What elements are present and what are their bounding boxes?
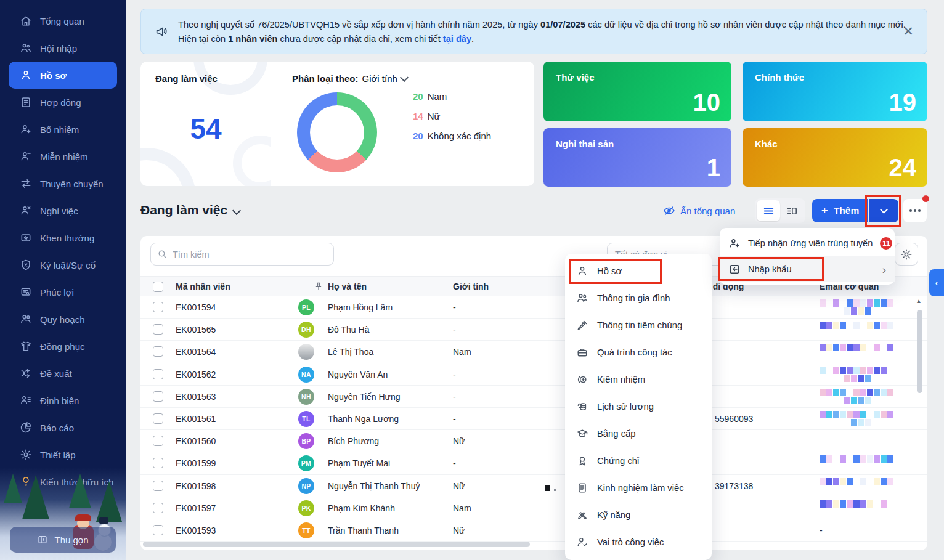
- sidebar-item-transfer[interactable]: Thuyên chuyển: [9, 170, 117, 197]
- scrollbar-up-arrow[interactable]: ▲: [916, 298, 922, 304]
- status-card-2[interactable]: Nghỉ thai sản 1: [543, 128, 731, 187]
- sidebar-item-dismiss[interactable]: Miễn nhiệm: [9, 143, 117, 170]
- add-button[interactable]: + Thêm: [812, 199, 868, 222]
- search-input[interactable]: [173, 250, 327, 259]
- table-row-EK001560[interactable]: EK001560 BP Bích Phương Nữ: [140, 430, 927, 452]
- banner-detail-link[interactable]: tại đây: [443, 34, 471, 44]
- sidebar-item-discipline[interactable]: Kỷ luật/Sự cố: [9, 251, 117, 278]
- submenu-item-skills[interactable]: Kỹ năng: [565, 501, 712, 529]
- table-row-EK001564[interactable]: EK001564 Lê Thị Thoa Nam: [140, 341, 927, 363]
- status-card-3[interactable]: Khác 24: [743, 128, 927, 187]
- import-submenu: Hồ sơ Thông tin gia đình Thông tin tiêm …: [565, 254, 712, 560]
- submenu-item-doclines[interactable]: Kinh nghiệm làm việc: [565, 474, 712, 501]
- table-row-EK001597[interactable]: EK001597 PK Phạm Kim Khánh Nam: [140, 497, 927, 519]
- row-checkbox[interactable]: [153, 458, 163, 468]
- table-row-EK001565[interactable]: EK001565 ĐH Đỗ Thu Hà -: [140, 319, 927, 341]
- classify-select[interactable]: Phân loại theo: Giới tính: [292, 73, 407, 84]
- table-row-EK001598[interactable]: EK001598 NP Nguyễn Thị Thanh Thuỷ Nữ 391…: [140, 475, 927, 497]
- table-row-EK001563[interactable]: EK001563 NH Nguyễn Tiến Hưng -: [140, 386, 927, 408]
- row-checkbox[interactable]: [153, 391, 163, 402]
- header-name[interactable]: Họ và tên: [328, 282, 367, 291]
- sidebar-item-profile[interactable]: Hồ sơ: [9, 62, 117, 89]
- sidebar-item-headcount[interactable]: Định biên: [9, 387, 117, 414]
- submenu-item-person[interactable]: Hồ sơ: [565, 258, 712, 285]
- horizontal-scrollbar[interactable]: [143, 542, 530, 547]
- row-checkbox[interactable]: [153, 525, 163, 535]
- sidebar-item-appoint[interactable]: Bổ nhiệm: [9, 116, 117, 143]
- pin-icon[interactable]: [314, 282, 323, 291]
- submenu-item-gradcap[interactable]: Bằng cấp: [565, 420, 712, 447]
- add-menu-item-import[interactable]: Nhập khẩu ›: [720, 256, 895, 282]
- sidebar-item-onboarding[interactable]: Hội nhập: [9, 34, 117, 62]
- submenu-item-syringe[interactable]: Thông tin tiêm chủng: [565, 312, 712, 339]
- sidebar-item-settings[interactable]: Thiết lập: [9, 441, 117, 468]
- table-row-EK001562[interactable]: EK001562 NA Nguyễn Văn An -: [140, 363, 927, 386]
- avatar: NP: [298, 478, 314, 494]
- submenu-item-briefcase[interactable]: Quá trình công tác: [565, 339, 712, 366]
- list-view-button[interactable]: [757, 200, 780, 221]
- email-redacted: [820, 478, 894, 486]
- submenu-item-medal[interactable]: Chứng chỉ: [565, 447, 712, 474]
- add-dropdown-button[interactable]: [869, 199, 898, 222]
- megaphone-icon: [155, 25, 168, 38]
- column-settings-button[interactable]: [895, 243, 918, 266]
- sidebar-item-label: Hợp đồng: [40, 97, 81, 108]
- plus-icon: +: [821, 204, 828, 217]
- gradcap-icon: [576, 428, 588, 440]
- table-row-EK001561[interactable]: EK001561 TL Thanh Nga Lương - 55960093: [140, 408, 927, 430]
- submenu-item-coins[interactable]: Lịch sử lương: [565, 393, 712, 420]
- row-checkbox[interactable]: [153, 302, 163, 312]
- header-gender[interactable]: Giới tính: [453, 282, 489, 291]
- table-row-EK001593[interactable]: EK001593 TT Trần Thanh Thanh Nữ -: [140, 519, 927, 542]
- table-row-EK001599[interactable]: EK001599 PM Phạm Tuyết Mai -: [140, 452, 927, 474]
- avatar: PL: [298, 299, 314, 315]
- sidebar-item-uniform[interactable]: Đồng phục: [9, 333, 117, 360]
- tree-decoration: [4, 474, 22, 503]
- row-checkbox[interactable]: [153, 413, 163, 424]
- sidebar-item-report[interactable]: Báo cáo: [9, 414, 117, 441]
- row-checkbox[interactable]: [153, 324, 163, 335]
- panel-view-button[interactable]: [780, 200, 804, 221]
- avatar: BP: [298, 433, 314, 449]
- banner-close-icon[interactable]: ✕: [901, 24, 916, 39]
- collapse-sidebar-button[interactable]: Thu gọn: [10, 527, 116, 553]
- sidebar-item-resign[interactable]: Nghỉ việc: [9, 197, 117, 224]
- sidebar-item-reward[interactable]: Khen thưởng: [9, 224, 117, 251]
- email-redacted: [820, 367, 894, 383]
- submenu-item-pluscircle[interactable]: Kiêm nhiệm: [565, 366, 712, 393]
- sidebar-item-benefit[interactable]: Phúc lợi: [9, 278, 117, 306]
- sidebar-item-home[interactable]: Tổng quan: [9, 7, 117, 34]
- more-actions-button[interactable]: [903, 199, 927, 222]
- search-icon: [157, 249, 168, 259]
- status-card-0[interactable]: Thử việc 10: [543, 62, 731, 121]
- header-code[interactable]: Mã nhân viên: [176, 282, 230, 291]
- select-all-checkbox[interactable]: [153, 282, 163, 292]
- sidebar-item-proposal[interactable]: Đề xuất: [9, 360, 117, 387]
- status-card-1[interactable]: Chính thức 19: [743, 62, 927, 121]
- add-menu-item-personplus[interactable]: Tiếp nhận ứng viên trúng tuyển 11: [720, 230, 895, 256]
- hide-overview-link[interactable]: Ẩn tổng quan: [663, 205, 735, 217]
- table-row-EK001594[interactable]: EK001594 PL Phạm Hồng Lâm -: [140, 296, 927, 319]
- submenu-item-personcheck[interactable]: Vai trò công việc: [565, 529, 712, 556]
- sidebar-item-planning[interactable]: Quy hoạch: [9, 306, 117, 333]
- row-checkbox[interactable]: [153, 346, 163, 357]
- sidebar-item-label: Quy hoạch: [40, 314, 85, 325]
- side-panel-tab[interactable]: ‹: [929, 269, 944, 296]
- submenu-item-family[interactable]: Thông tin gia đình: [565, 285, 712, 312]
- row-checkbox[interactable]: [153, 436, 163, 446]
- family-icon: [576, 292, 588, 304]
- home-icon: [20, 15, 32, 27]
- sidebar-item-contract[interactable]: Hợp đồng: [9, 89, 117, 116]
- import-icon: [728, 263, 741, 275]
- pluscircle-icon: [576, 373, 588, 386]
- row-checkbox[interactable]: [153, 369, 163, 379]
- row-checkbox[interactable]: [153, 503, 163, 513]
- list-title[interactable]: Đang làm việc: [140, 203, 240, 217]
- benefit-icon: [20, 286, 32, 298]
- onboarding-icon: [20, 42, 32, 54]
- vertical-scrollbar[interactable]: [917, 310, 922, 393]
- row-checkbox[interactable]: [153, 481, 163, 491]
- chart-legend: 20 Nam 14 Nữ 20 Không xác định: [413, 91, 491, 150]
- tree-decoration: [22, 475, 49, 519]
- eye-off-icon: [663, 205, 675, 217]
